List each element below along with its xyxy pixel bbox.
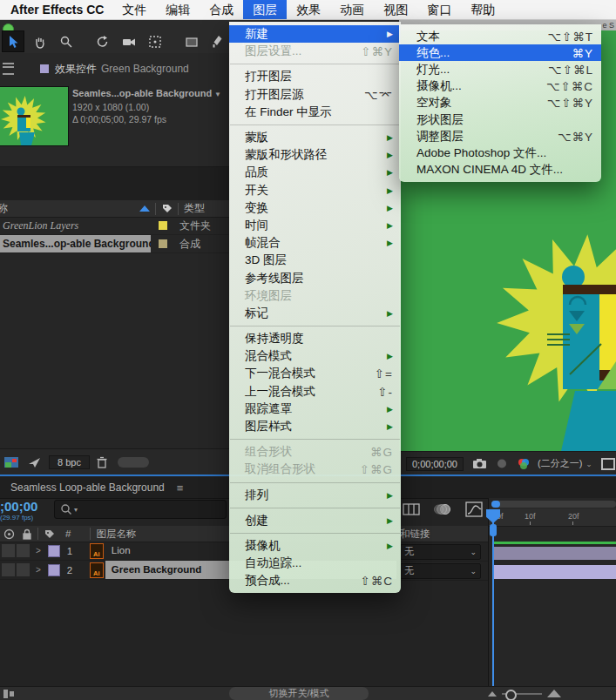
- menu-item-蒙版[interactable]: 蒙版▶: [229, 129, 401, 146]
- frame-blend-icon[interactable]: [403, 501, 420, 517]
- menu-item-打开图层源[interactable]: 打开图层源⌥⌤: [229, 86, 401, 104]
- snapshot-camera-icon[interactable]: [472, 458, 487, 469]
- menu-item-形状图层[interactable]: 形状图层: [399, 111, 601, 128]
- panel-resize-pill[interactable]: [118, 457, 149, 468]
- sort-ascending-icon[interactable]: [139, 205, 150, 212]
- layer-bar-lion[interactable]: [492, 547, 616, 560]
- current-time-display[interactable]: 0;00;00;00: [0, 499, 42, 515]
- resolution-dropdown[interactable]: (二分之一): [538, 457, 582, 470]
- column-name[interactable]: 名称: [0, 201, 10, 216]
- timeline-search-field[interactable]: ▾: [54, 500, 227, 519]
- zoom-slider-handle[interactable]: [505, 690, 517, 700]
- dropdown-arrow-icon[interactable]: ▼: [214, 91, 221, 98]
- layer-switch-cell[interactable]: [2, 544, 15, 557]
- menu-item-蒙版和形状路径[interactable]: 蒙版和形状路径▶: [229, 146, 401, 164]
- expand-chevron-icon[interactable]: >: [36, 565, 41, 575]
- region-of-interest-icon[interactable]: [601, 458, 615, 470]
- menu-item-调整图层[interactable]: 调整图层⌥⌘Y: [399, 128, 601, 145]
- menubar-item-视图[interactable]: 视图: [374, 0, 417, 19]
- pen-tool[interactable]: [207, 31, 228, 51]
- timeline-tab[interactable]: Seamless Loop-able Background: [10, 481, 165, 494]
- menu-item-灯光...[interactable]: 灯光...⌥⇧⌘L: [399, 61, 601, 77]
- expand-chevron-icon[interactable]: >: [36, 546, 41, 555]
- menu-item-下一混合模式[interactable]: 下一混合模式⇧=: [229, 365, 401, 382]
- comp-thumbnail[interactable]: [0, 87, 68, 145]
- label-column-icon[interactable]: [44, 528, 55, 540]
- graph-editor-icon[interactable]: [465, 501, 483, 517]
- menu-item-帧混合[interactable]: 帧混合▶: [229, 234, 401, 252]
- layer-label-swatch[interactable]: [48, 564, 60, 576]
- menu-item-开关[interactable]: 开关▶: [229, 182, 401, 199]
- toggle-switches-modes-button[interactable]: 切换开关/模式: [229, 687, 369, 700]
- menu-item-新建[interactable]: 新建▶: [229, 25, 401, 43]
- menu-item-摄像机[interactable]: 摄像机▶: [229, 537, 401, 555]
- camera-tool[interactable]: [118, 31, 139, 51]
- chevron-down-icon[interactable]: ⌄: [586, 460, 592, 468]
- menubar-item-窗口[interactable]: 窗口: [417, 0, 461, 19]
- work-area-bar[interactable]: [492, 542, 616, 544]
- zoom-tool[interactable]: [56, 31, 77, 51]
- menubar-item-合成[interactable]: 合成: [200, 0, 243, 19]
- layer-switch-cell[interactable]: [2, 563, 15, 576]
- menu-item-图层样式[interactable]: 图层样式▶: [229, 418, 401, 435]
- playhead-tab[interactable]: [490, 524, 497, 536]
- menubar-item-编辑[interactable]: 编辑: [156, 0, 200, 19]
- menu-item-创建[interactable]: 创建▶: [229, 512, 401, 529]
- rectangle-tool[interactable]: [181, 31, 202, 51]
- menu-item-空对象[interactable]: 空对象⌥⇧⌘Y: [399, 95, 601, 111]
- footage-name[interactable]: Seamles...op-able Background: [72, 88, 212, 98]
- selection-tool[interactable]: [2, 30, 24, 52]
- menubar-item-效果[interactable]: 效果: [287, 0, 330, 19]
- zoom-in-icon[interactable]: [547, 690, 561, 697]
- trash-icon[interactable]: [97, 456, 107, 468]
- project-row[interactable]: GreenLion Layers文件夹: [0, 217, 229, 235]
- lock-icon[interactable]: [22, 528, 32, 540]
- zoom-slider[interactable]: [502, 693, 542, 695]
- menu-item-品质[interactable]: 品质▶: [229, 164, 401, 181]
- column-hash[interactable]: #: [65, 528, 71, 539]
- column-parent-link[interactable]: 和链接: [396, 526, 488, 542]
- project-item-name[interactable]: Seamles...op-able Background: [0, 235, 151, 252]
- menu-item-在 Finder 中显示[interactable]: 在 Finder 中显示: [229, 104, 401, 121]
- project-item-name[interactable]: GreenLion Layers: [0, 217, 151, 234]
- app-menu[interactable]: After Effects CC: [10, 3, 104, 17]
- menu-item-变换[interactable]: 变换▶: [229, 199, 401, 217]
- layer-bar-green-background[interactable]: [492, 565, 616, 579]
- zoom-out-icon[interactable]: [488, 691, 497, 697]
- menu-item-Adobe Photoshop 文件...[interactable]: Adobe Photoshop 文件...: [399, 145, 601, 161]
- panel-menu-icon[interactable]: [3, 63, 14, 75]
- interpret-footage-icon[interactable]: [28, 456, 42, 468]
- menu-item-混合模式[interactable]: 混合模式▶: [229, 347, 401, 365]
- bit-depth-button[interactable]: 8 bpc: [49, 455, 90, 469]
- pan-behind-tool[interactable]: [145, 31, 166, 51]
- project-row[interactable]: Seamles...op-able Background合成: [0, 235, 229, 253]
- menubar-item-文件[interactable]: 文件: [112, 0, 156, 19]
- menubar-item-帮助[interactable]: 帮助: [461, 0, 504, 19]
- search-options-chevron-icon[interactable]: ▾: [74, 506, 78, 514]
- menu-item-上一混合模式[interactable]: 上一混合模式⇧-: [229, 383, 401, 400]
- timeline-navigator[interactable]: [491, 501, 616, 508]
- menubar-item-动画[interactable]: 动画: [330, 0, 374, 19]
- layer-label-swatch[interactable]: [48, 545, 60, 557]
- menubar-item-图层[interactable]: 图层: [243, 0, 287, 19]
- label-color-swatch[interactable]: [159, 221, 167, 230]
- menu-item-MAXON CINEMA 4D 文件...[interactable]: MAXON CINEMA 4D 文件...: [399, 162, 601, 178]
- footage-icon[interactable]: [3, 456, 19, 468]
- layer-switch-cell[interactable]: [17, 544, 30, 557]
- menu-item-预合成...[interactable]: 预合成...⇧⌘C: [229, 572, 401, 589]
- menu-item-保持透明度[interactable]: 保持透明度: [229, 330, 401, 347]
- menu-item-摄像机...[interactable]: 摄像机...⌥⇧⌘C: [399, 78, 601, 95]
- menu-item-自动追踪...[interactable]: 自动追踪...: [229, 555, 401, 572]
- rotation-tool[interactable]: [92, 31, 113, 51]
- menu-item-排列[interactable]: 排列▶: [229, 487, 401, 504]
- menu-item-时间[interactable]: 时间▶: [229, 217, 401, 234]
- time-ruler[interactable]: [489, 508, 616, 527]
- menu-item-参考线图层[interactable]: 参考线图层: [229, 269, 401, 286]
- layer-switch-cell[interactable]: [17, 563, 30, 576]
- show-snapshot-icon[interactable]: [496, 458, 508, 469]
- video-eye-icon[interactable]: [3, 528, 15, 540]
- menu-item-3D 图层[interactable]: 3D 图层: [229, 252, 401, 269]
- menu-item-纯色...[interactable]: 纯色...⌘Y: [399, 44, 601, 61]
- menu-item-标记[interactable]: 标记▶: [229, 305, 401, 322]
- menu-item-跟踪遮罩[interactable]: 跟踪遮罩▶: [229, 400, 401, 418]
